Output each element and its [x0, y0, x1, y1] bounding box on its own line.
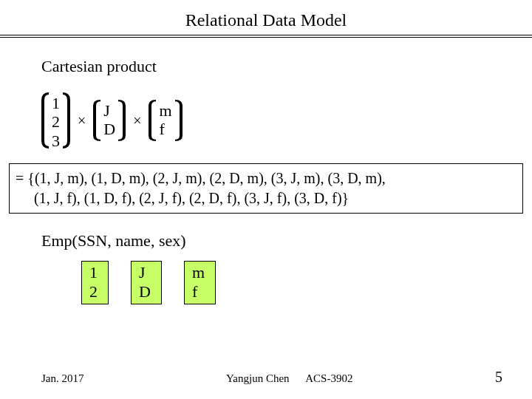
- times-operator: ×: [133, 112, 141, 129]
- ssn-table: 1 2: [81, 261, 109, 304]
- sex-table: m f: [184, 261, 216, 304]
- title-underline-bottom: [0, 37, 532, 38]
- set-c-val: f: [159, 120, 171, 138]
- cartesian-product-expression: 1 2 3 × J D × m f: [41, 92, 532, 149]
- set-a-val: 1: [52, 94, 60, 112]
- result-set-box: = {(1, J, m), (1, D, m), (2, J, m), (2, …: [9, 163, 523, 214]
- result-line: = {(1, J, m), (1, D, m), (2, J, m), (2, …: [16, 168, 516, 188]
- slide-footer: Jan. 2017 Yangjun Chen ACS-3902 5: [0, 369, 532, 386]
- cell: J: [139, 263, 151, 282]
- title-underline-top: [0, 35, 532, 35]
- set-c-bracketed: m f: [149, 100, 182, 141]
- set-a-bracketed: 1 2 3: [41, 92, 70, 149]
- set-a-val: 2: [52, 112, 60, 131]
- name-table: J D: [131, 261, 162, 304]
- example-tables: 1 2 J D m f: [81, 261, 532, 304]
- footer-date: Jan. 2017: [41, 372, 84, 385]
- cell: m: [192, 263, 205, 282]
- footer-page-number: 5: [495, 369, 502, 386]
- result-line: (1, J, f), (1, D, f), (2, J, f), (2, D, …: [16, 188, 516, 208]
- slide-title: Relational Data Model: [185, 10, 347, 30]
- times-operator: ×: [78, 112, 86, 129]
- section-heading: Cartesian product: [41, 57, 532, 76]
- cell: 2: [89, 282, 98, 301]
- cell: 1: [89, 263, 98, 282]
- cell: D: [139, 282, 151, 301]
- cell: f: [192, 282, 205, 301]
- set-b-val: J: [103, 101, 115, 120]
- footer-author-course: Yangjun Chen ACS-3902: [84, 372, 496, 385]
- set-a-val: 3: [52, 132, 60, 150]
- set-b-bracketed: J D: [93, 100, 126, 141]
- set-b-val: D: [103, 120, 115, 138]
- emp-schema: Emp(SSN, name, sex): [41, 231, 532, 250]
- set-c-val: m: [159, 101, 171, 120]
